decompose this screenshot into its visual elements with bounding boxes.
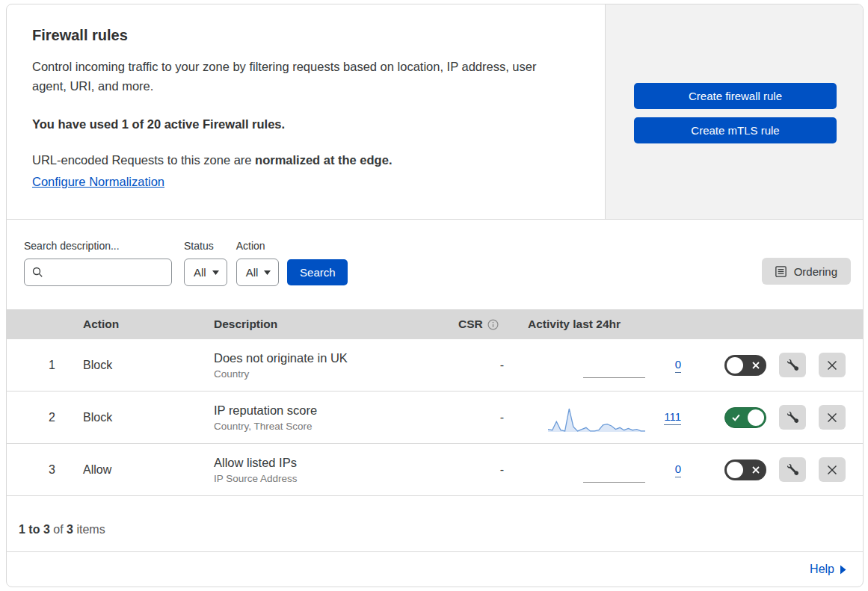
column-description: Description [214,318,458,331]
rule-enabled-toggle[interactable] [724,355,766,376]
delete-rule-button[interactable] [819,353,846,377]
create-mtls-rule-button[interactable]: Create mTLS rule [634,117,837,143]
normalization-text: URL-encoded Requests to this zone are [32,153,255,167]
filter-bar: Search description... Status All Action … [7,220,863,309]
ordering-label: Ordering [794,265,837,278]
activity-sparkline [548,403,645,432]
status-label: Status [184,240,227,252]
help-bar: Help [7,551,863,587]
x-icon [752,466,760,474]
rule-fields: Country [214,368,458,380]
chevron-down-icon [264,270,271,275]
usage-note: You have used 1 of 20 active Firewall ru… [32,117,575,131]
items-text: items [76,523,105,536]
sparkline-flat-baseline [583,377,645,378]
status-select[interactable]: All [184,259,227,286]
rule-csr: - [458,359,514,372]
hero-section: Firewall rules Control incoming traffic … [7,4,863,220]
rule-fields: Country, Threat Score [214,421,458,432]
action-select[interactable]: All [236,259,280,286]
status-filter-group: Status All [184,240,227,286]
table-header: Action Description CSR Activity last 24h… [7,309,863,339]
check-icon [732,414,740,421]
ordering-icon [775,266,787,277]
hero-text: Firewall rules Control incoming traffic … [7,4,605,219]
column-activity: Activity last 24hr [514,318,681,331]
page-title: Firewall rules [32,27,575,44]
column-action: Action [83,318,214,331]
of-text: of [53,523,63,536]
action-value: All [246,266,259,279]
rule-action: Block [83,359,214,372]
page-description: Control incoming traffic to your zone by… [32,57,567,96]
normalization-note: URL-encoded Requests to this zone are no… [32,153,575,167]
activity-count-link[interactable]: 0 [675,462,681,477]
wrench-icon [787,359,798,371]
close-icon [827,465,837,475]
configure-normalization-link[interactable]: Configure Normalization [32,175,164,188]
wrench-icon [787,464,798,475]
help-label: Help [810,563,834,576]
items-range: 1 to 3 [19,523,50,536]
delete-rule-button[interactable] [819,457,846,482]
rule-action: Block [83,411,214,424]
search-button[interactable]: Search [287,259,348,285]
sparkline-flat-baseline [583,482,645,483]
search-box[interactable] [24,259,172,286]
rule-description: IP reputation score [214,403,458,418]
rule-enabled-toggle[interactable] [724,460,766,480]
items-total: 3 [67,523,73,536]
close-icon [827,412,837,423]
arrow-right-icon [840,565,846,575]
normalization-bold: normalized at the edge. [255,153,392,167]
rule-priority: 1 [7,359,83,372]
activity-count-link[interactable]: 0 [675,358,681,373]
edit-rule-button[interactable] [779,457,806,482]
x-icon [752,362,760,369]
firewall-rules-card: Firewall rules Control incoming traffic … [6,4,864,587]
toggle-knob [727,357,743,374]
rule-description: Allow listed IPs [214,456,458,470]
action-label: Action [236,240,280,252]
status-value: All [194,266,206,279]
close-icon [827,360,837,371]
csr-label: CSR [458,318,483,331]
create-firewall-rule-button[interactable]: Create firewall rule [634,83,837,109]
rule-csr: - [458,463,514,477]
sparkline-chart [548,406,645,435]
toggle-knob [727,462,743,478]
help-link[interactable]: Help [810,563,846,576]
chevron-down-icon [212,270,219,275]
rule-csr: - [458,411,514,424]
table-footer: 1 to 3 of 3 items [7,496,863,551]
activity-count-link[interactable]: 111 [664,410,681,425]
table-row: 2 Block IP reputation score Country, Thr… [7,392,863,444]
search-group: Search description... [24,240,172,286]
actions-panel: Create firewall rule Create mTLS rule [605,4,863,219]
rule-enabled-toggle[interactable] [724,407,766,428]
wrench-icon [787,412,798,423]
activity-sparkline [548,469,645,470]
ordering-button[interactable]: Ordering [762,258,851,285]
table-row: 3 Allow Allow listed IPs IP Source Addre… [7,444,863,496]
search-label: Search description... [24,240,172,252]
rule-fields: IP Source Address [214,473,458,484]
rule-priority: 2 [7,411,83,424]
rule-description: Does not originate in UK [214,351,458,365]
activity-sparkline [548,365,645,365]
search-input[interactable] [49,266,164,279]
search-icon [32,267,43,278]
column-csr: CSR [458,318,514,331]
delete-rule-button[interactable] [819,405,846,430]
info-icon[interactable] [487,319,499,330]
edit-rule-button[interactable] [779,353,806,377]
edit-rule-button[interactable] [779,405,806,430]
table-row: 1 Block Does not originate in UK Country… [7,339,863,392]
rule-priority: 3 [7,463,83,477]
toggle-knob [748,409,764,426]
action-filter-group: Action All [236,240,280,286]
rule-action: Allow [83,463,214,477]
